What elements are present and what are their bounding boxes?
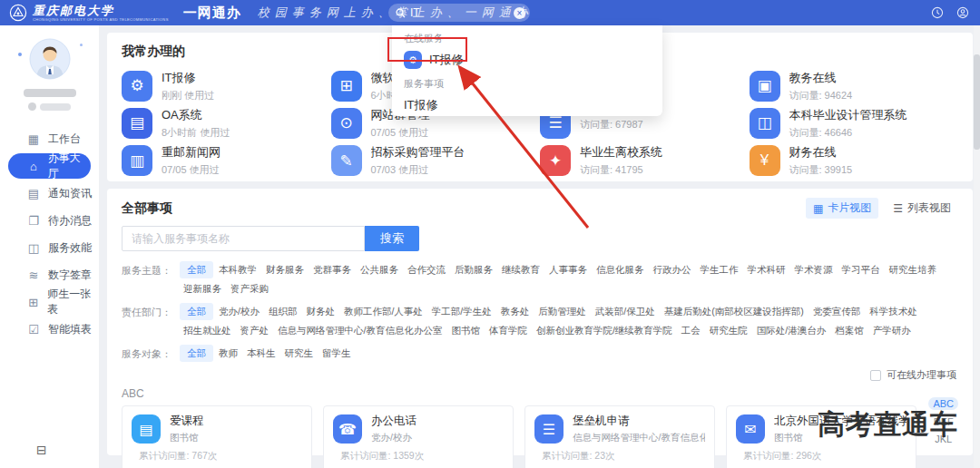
suggest-item-it-repair[interactable]: ⚙ IT报修 [404, 51, 662, 69]
it-repair-icon: ⚙ [122, 71, 152, 102]
header-search-input[interactable] [410, 6, 514, 19]
filter-option[interactable]: 学工部/学生处 [428, 303, 495, 320]
scrollbar[interactable] [974, 25, 980, 468]
frequent-card[interactable]: ▥ 重邮新闻网 07/05 使用过 [122, 142, 331, 180]
filter-option[interactable]: 信息化服务 [593, 261, 648, 278]
sidebar-item[interactable]: ⌂ 办事大厅 [8, 153, 91, 179]
filter-option[interactable]: 学生工作 [697, 261, 742, 278]
frequent-card[interactable]: ⚙ IT报修 刚刚 使用过 [122, 67, 331, 104]
clear-search-icon[interactable]: × [514, 7, 525, 19]
filter-option[interactable]: 武装部/保卫处 [592, 303, 659, 320]
notification-icon[interactable] [931, 6, 944, 19]
filter-option[interactable]: 党群事务 [309, 261, 355, 278]
collapse-sidebar-icon[interactable]: ⊟ [36, 443, 47, 457]
filter-option-selected[interactable]: 全部 [180, 261, 213, 278]
filter-row: 服务对象： 全部 教师本科生研究生留学生 [122, 345, 958, 363]
filter-option[interactable]: 学术科研 [744, 261, 789, 278]
filter-option[interactable]: 学术资源 [791, 261, 837, 278]
frequent-card[interactable]: ✎ 招标采购管理平台 07/03 使用过 [331, 142, 541, 180]
filter-option[interactable]: 研究生院 [706, 322, 751, 339]
language-icon: ✉ [736, 414, 765, 444]
service-card[interactable]: ☎ 办公电话 党办/校办 累计访问量: 1359次 办事指南 在线办理 [323, 405, 514, 468]
services-grid: ▤ 爱课程 图书馆 累计访问量: 767次 办事指南 在线办理 [122, 405, 916, 468]
filter-option[interactable]: 教师工作部/人事处 [340, 303, 426, 320]
filter-option[interactable]: 教务处 [497, 303, 534, 320]
website-icon: ⊙ [331, 108, 362, 139]
service-department: 图书馆 [170, 432, 204, 444]
sidebar-item[interactable]: ⊞ 师生一张表 [0, 288, 99, 316]
sidebar-item[interactable]: ◫ 服务效能 [0, 234, 99, 261]
filter-option[interactable]: 党委宣传部 [809, 303, 865, 320]
filter-option[interactable]: 图书馆 [447, 322, 484, 339]
sidebar-item[interactable]: ▤ 通知资讯 [0, 180, 99, 207]
online-only-checkbox[interactable] [870, 370, 881, 381]
scrollbar-thumb[interactable] [974, 54, 980, 150]
service-card[interactable]: ▤ 爱课程 图书馆 累计访问量: 767次 办事指南 在线办理 [122, 405, 312, 468]
filter-option-selected[interactable]: 全部 [180, 345, 213, 362]
filter-option[interactable]: 档案馆 [831, 322, 867, 339]
service-title: 办公电话 [371, 414, 416, 429]
filter-option[interactable]: 创新创业教育学院/继续教育学院 [533, 322, 676, 339]
filter-option[interactable]: 人事事务 [545, 261, 591, 278]
user-icon[interactable] [956, 6, 969, 19]
service-card[interactable]: ☰ 堡垒机申请 信息与网络管理中心/教育信息化办公室 累计访问量: 23次 办事… [524, 405, 715, 468]
filter-option[interactable]: 工会 [678, 322, 704, 339]
decor-dot [18, 53, 22, 56]
sidebar-item-label: 通知资讯 [48, 186, 92, 201]
tender-icon: ✎ [331, 145, 362, 176]
frequent-card[interactable]: ▣ 教务在线 访问量: 94624 [750, 67, 959, 104]
filter-option[interactable]: 本科教学 [215, 261, 260, 278]
filter-option[interactable]: 本科生 [243, 345, 279, 362]
filter-option[interactable]: 留学生 [318, 345, 355, 362]
filter-option-selected[interactable]: 全部 [180, 303, 213, 320]
sidebar-item[interactable]: ▦ 工作台 [0, 125, 99, 152]
filter-option[interactable]: 资产采购 [227, 280, 272, 297]
card-view-toggle[interactable]: ▦ 卡片视图 [806, 198, 878, 219]
frequent-card[interactable]: ▤ OA系统 8小时前 使用过 [122, 104, 331, 141]
filters: 服务主题： 全部 本科教学财务服务党群事务公共服务合作交流后勤服务继续教育人事事… [122, 261, 958, 363]
service-search-input[interactable] [122, 226, 365, 251]
header-search[interactable]: × [388, 4, 530, 22]
suggest-group-online: 在线服务 [404, 32, 662, 45]
filter-option[interactable]: 资产处 [237, 322, 273, 339]
filter-option[interactable]: 财务服务 [262, 261, 308, 278]
sidebar-item-label: 数字签章 [48, 268, 92, 283]
sidebar-item-label: 工作台 [48, 132, 81, 147]
filter-option[interactable]: 后勤管理处 [534, 303, 590, 320]
filter-option[interactable]: 行政办公 [650, 261, 695, 278]
sidebar-item[interactable]: ≋ 数字签章 [0, 261, 99, 288]
frequent-card[interactable]: ✦ 毕业生离校系统 访问量: 41795 [540, 142, 750, 180]
avatar[interactable] [29, 38, 71, 80]
filter-option[interactable]: 学习平台 [838, 261, 884, 278]
filter-option[interactable]: 国际处/港澳台办 [753, 322, 829, 339]
filter-option[interactable]: 体育学院 [485, 322, 531, 339]
service-visits: 累计访问量: 23次 [525, 444, 714, 468]
list-view-toggle[interactable]: ☰ 列表视图 [886, 198, 958, 219]
filter-option[interactable]: 教师 [215, 345, 241, 362]
filter-option[interactable]: 后勤服务 [451, 261, 496, 278]
filter-option[interactable]: 迎新服务 [180, 280, 225, 297]
filter-option[interactable]: 研究生 [281, 345, 318, 362]
sidebar-item[interactable]: ☑ 智能填表 [0, 316, 99, 343]
filter-option[interactable]: 招生就业处 [180, 322, 235, 339]
sidebar-item[interactable]: ❐ 待办消息 [0, 207, 99, 234]
filter-option[interactable]: 科学技术处 [866, 303, 921, 320]
filter-option[interactable]: 财务处 [302, 303, 338, 320]
filter-option[interactable]: 组织部 [265, 303, 301, 320]
chart-icon: ◫ [750, 108, 780, 139]
filter-option[interactable]: 基建后勤处(南部校区建设指挥部) [661, 303, 808, 320]
filter-option[interactable]: 合作交流 [404, 261, 449, 278]
filter-option[interactable]: 党办/校办 [215, 303, 263, 320]
service-title: 本科毕业设计管理系统 [789, 107, 907, 123]
suggest-item-it-repair-text[interactable]: IT报修 [404, 97, 662, 113]
filter-option[interactable]: 产学研办 [869, 322, 915, 339]
filter-option[interactable]: 信息与网络管理中心/教育信息化办公室 [274, 322, 446, 339]
frequent-card[interactable]: ◫ 本科毕业设计管理系统 访问量: 46646 [750, 104, 959, 141]
search-button[interactable]: 搜索 [365, 226, 419, 251]
finance-icon: ¥ [750, 145, 780, 176]
filter-option[interactable]: 公共服务 [357, 261, 402, 278]
filter-option[interactable]: 研究生培养 [886, 261, 941, 278]
filter-option[interactable]: 继续教育 [498, 261, 544, 278]
frequent-card[interactable]: ¥ 财务在线 访问量: 39915 [750, 142, 959, 180]
bastion-icon: ☰ [534, 414, 564, 444]
